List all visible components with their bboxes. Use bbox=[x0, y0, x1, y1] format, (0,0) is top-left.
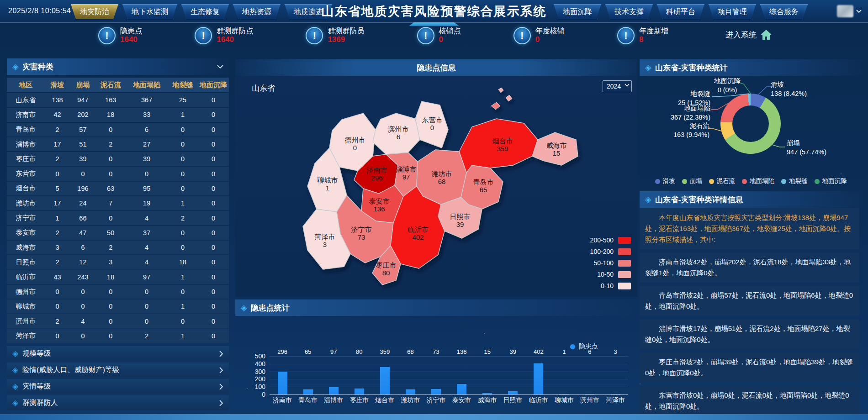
table-cell: 63 bbox=[95, 182, 126, 195]
nav-tab[interactable]: 项目管理 bbox=[709, 4, 756, 19]
panel-header-disaster-types[interactable]: ◈ 灾害种类 bbox=[7, 58, 229, 75]
bar[interactable] bbox=[611, 394, 620, 394]
bar[interactable] bbox=[380, 367, 390, 394]
table-row[interactable]: 威海市362400 bbox=[7, 241, 229, 254]
x-axis-label: 淄博市 bbox=[321, 396, 346, 404]
table-row[interactable]: 东营市000000 bbox=[7, 167, 229, 180]
table-row[interactable]: 济南市42202183310 bbox=[7, 108, 229, 121]
nav-tab[interactable]: 地面沉降 bbox=[554, 4, 601, 19]
enter-system-link[interactable]: 进入系统 bbox=[725, 29, 772, 40]
y-axis-tick: 100 bbox=[239, 383, 265, 390]
y-axis-tick: 200 bbox=[239, 375, 265, 383]
nav-tab[interactable]: 生态修复 bbox=[181, 4, 229, 19]
accordion-item[interactable]: ◈群测群防人 bbox=[7, 395, 229, 410]
table-column-header: 地区 bbox=[7, 78, 45, 92]
bar[interactable] bbox=[457, 384, 466, 394]
table-cell: 17 bbox=[45, 196, 70, 210]
table-cell: 0 bbox=[168, 241, 198, 254]
table-cell: 0 bbox=[198, 137, 229, 151]
y-axis-tick: 500 bbox=[239, 352, 265, 360]
x-axis-label: 枣庄市 bbox=[346, 396, 372, 404]
table-row[interactable]: 烟台市5196639500 bbox=[7, 182, 229, 195]
stat-item: !群测群防点1640 bbox=[195, 26, 253, 45]
nav-tab[interactable]: 地热资源 bbox=[233, 4, 281, 19]
nav-tab[interactable]: 技术支撑 bbox=[605, 4, 653, 19]
bar[interactable] bbox=[559, 394, 569, 394]
table-cell: 163 bbox=[95, 93, 126, 107]
donut-legend: 滑坡崩塌泥石流地面塌陷地裂缝地面沉降 bbox=[640, 177, 862, 185]
nav-tab[interactable]: 综合服务 bbox=[760, 4, 808, 19]
accordion-item[interactable]: ◈灾情等级 bbox=[7, 379, 229, 394]
leader-line bbox=[709, 129, 721, 131]
donut-legend-item[interactable]: 地面沉降 bbox=[815, 177, 847, 185]
table-row[interactable]: 山东省138947163367250 bbox=[7, 93, 229, 107]
details-list[interactable]: 本年度山东省地质灾害按照灾害类型划分:滑坡138处，崩塌947处，泥石流163处… bbox=[640, 208, 862, 415]
table-row[interactable]: 淄博市175122700 bbox=[7, 137, 229, 151]
donut-legend-item[interactable]: 地裂缝 bbox=[781, 177, 808, 185]
legend-dot bbox=[709, 179, 714, 184]
table-cell: 947 bbox=[70, 93, 95, 107]
table-cell: 243 bbox=[70, 270, 95, 284]
donut-legend-item[interactable]: 泥石流 bbox=[709, 177, 736, 185]
table-row[interactable]: 滨州市240000 bbox=[7, 314, 229, 328]
map-legend-swatch bbox=[618, 271, 631, 278]
table-cell: 0 bbox=[70, 167, 95, 180]
donut-chart: 滑坡138 (8.42%)崩塌947 (57.74%)泥石流163 (9.94%… bbox=[640, 76, 862, 188]
detail-card: 本年度山东省地质灾害按照灾害类型划分:滑坡138处，崩塌947处，泥石流163处… bbox=[640, 208, 859, 249]
accordion-label: 群测群防人 bbox=[22, 398, 58, 408]
bar[interactable] bbox=[482, 393, 492, 394]
table-cell: 滨州市 bbox=[7, 314, 45, 328]
table-row[interactable]: 潍坊市172471910 bbox=[7, 196, 229, 210]
map-legend: 200-500100-20050-10010-500-10 bbox=[590, 236, 631, 289]
bar[interactable] bbox=[303, 389, 313, 394]
table-cell: 临沂市 bbox=[7, 270, 45, 284]
bar[interactable] bbox=[278, 372, 287, 394]
nav-tab[interactable]: 科研平台 bbox=[657, 4, 704, 19]
bar[interactable] bbox=[355, 388, 364, 394]
bar[interactable] bbox=[406, 389, 415, 394]
table-row[interactable]: 聊城市000010 bbox=[7, 299, 229, 313]
bar[interactable] bbox=[585, 394, 594, 394]
bar-column: 97 bbox=[321, 356, 346, 394]
table-cell: 0 bbox=[198, 152, 229, 166]
legend-dot bbox=[682, 179, 687, 184]
bar-chart-header: ◈ 隐患点统计 bbox=[235, 299, 637, 316]
nav-tab[interactable]: 地灾防治 bbox=[71, 4, 118, 19]
table-row[interactable]: 日照市21234180 bbox=[7, 255, 229, 269]
bar[interactable] bbox=[534, 363, 543, 394]
accordion-item[interactable]: ◈规模等级 bbox=[7, 346, 229, 361]
table-cell: 0 bbox=[95, 167, 126, 180]
user-avatar[interactable] bbox=[837, 5, 862, 17]
top-bar: 2025/2/8 10:05:54 地灾防治地下水监测生态修复地热资源地质遗迹 … bbox=[0, 0, 868, 23]
table-row[interactable]: 泰安市247503700 bbox=[7, 226, 229, 240]
table-cell: 1 bbox=[168, 108, 198, 121]
table-row[interactable]: 青岛市2570600 bbox=[7, 123, 229, 136]
table-row[interactable]: 枣庄市23903900 bbox=[7, 152, 229, 166]
warning-icon: ! bbox=[195, 27, 212, 44]
table-cell: 2 bbox=[168, 211, 198, 225]
left-accordion: ◈规模等级◈险情(威胁人口、威胁财产)等级◈灾情等级◈群测群防人 bbox=[7, 346, 229, 410]
table-row[interactable]: 临沂市43243189710 bbox=[7, 270, 229, 284]
table-cell: 2 bbox=[45, 255, 70, 269]
legend-label: 崩塌 bbox=[690, 177, 702, 185]
table-header-row: 地区滑坡崩塌泥石流地面塌陷地裂缝地面沉降 bbox=[7, 78, 229, 92]
donut-legend-item[interactable]: 滑坡 bbox=[655, 177, 675, 185]
nav-tab[interactable]: 地下水监测 bbox=[122, 4, 177, 19]
accordion-item[interactable]: ◈险情(威胁人口、威胁财产)等级 bbox=[7, 362, 229, 378]
bar[interactable] bbox=[431, 389, 441, 394]
details-panel-header: ◈ 山东省-灾害种类详情信息 bbox=[640, 191, 862, 208]
donut-legend-item[interactable]: 地面塌陷 bbox=[742, 177, 774, 185]
bar[interactable] bbox=[329, 387, 339, 394]
chevron-right-icon bbox=[219, 351, 223, 357]
table-row[interactable]: 济宁市1660420 bbox=[7, 211, 229, 225]
table-row[interactable]: 菏泽市000210 bbox=[7, 329, 229, 343]
map-island bbox=[498, 88, 503, 93]
table-row[interactable]: 德州市000000 bbox=[7, 285, 229, 299]
bar-chart-title: 隐患点统计 bbox=[251, 303, 290, 313]
table-cell: 66 bbox=[70, 211, 95, 225]
donut-panel-header: ◈ 山东省-灾害种类统计 bbox=[640, 59, 862, 76]
slice-value: 25 (1.52%) bbox=[652, 99, 710, 108]
table-cell: 196 bbox=[70, 182, 95, 195]
bar[interactable] bbox=[508, 391, 518, 394]
donut-legend-item[interactable]: 崩塌 bbox=[682, 177, 702, 185]
